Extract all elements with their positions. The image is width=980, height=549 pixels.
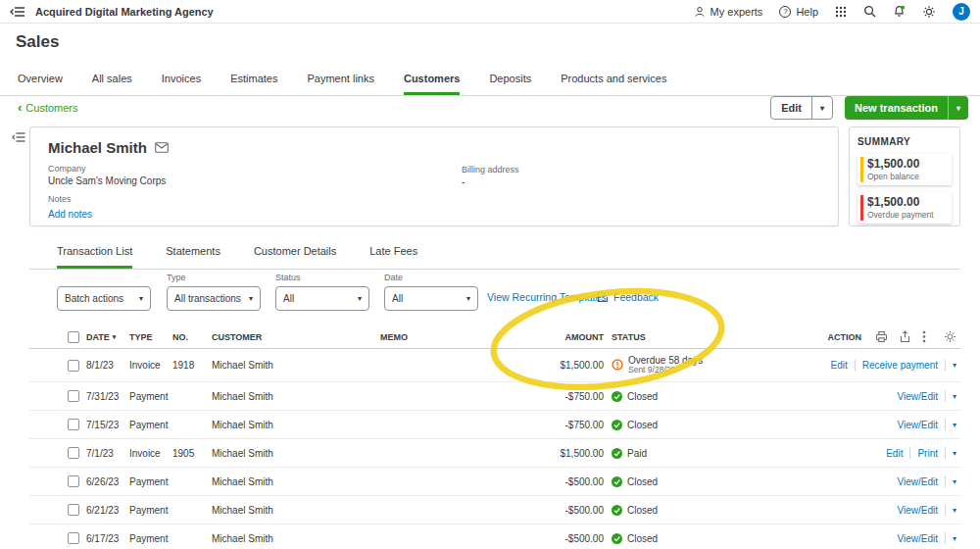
caret-down-icon[interactable]: ▾ <box>812 104 832 113</box>
status-success-icon <box>612 420 622 430</box>
header-date[interactable]: DATE▾ <box>80 332 129 342</box>
row-action-caret-icon[interactable]: ▾ <box>953 421 956 429</box>
header-status: STATUS <box>604 332 795 342</box>
cell-amount: $1,500.00 <box>547 360 604 371</box>
row-action-print[interactable]: Print <box>917 448 938 459</box>
table-row[interactable]: 8/1/23 Invoice 1918 Michael Smith $1,500… <box>29 349 960 382</box>
tab-customer-details[interactable]: Customer Details <box>254 241 336 269</box>
tab-invoices[interactable]: Invoices <box>162 69 201 95</box>
date-filter-dropdown[interactable]: All ▾ <box>384 286 478 311</box>
cell-type: Invoice <box>129 448 172 459</box>
notifications-bell-icon[interactable] <box>893 5 906 18</box>
my-experts-button[interactable]: My experts <box>694 6 763 18</box>
tab-deposits[interactable]: Deposits <box>489 69 531 95</box>
row-checkbox[interactable] <box>68 532 79 544</box>
tab-payment-links[interactable]: Payment links <box>307 69 373 95</box>
row-action-caret-icon[interactable]: ▾ <box>953 534 956 543</box>
row-checkbox[interactable] <box>68 419 79 430</box>
settings-gear-icon[interactable] <box>922 5 936 19</box>
tab-late-fees[interactable]: Late Fees <box>369 241 417 269</box>
row-checkbox[interactable] <box>68 475 79 487</box>
cell-amount: -$750.00 <box>547 420 604 430</box>
tab-customers[interactable]: Customers <box>404 69 460 95</box>
row-action-receive-payment[interactable]: Receive payment <box>862 360 938 371</box>
customer-card: Michael Smith Company Uncle Sam's Moving… <box>29 126 839 226</box>
open-balance-card[interactable]: $1,500.00 Open balance <box>858 154 952 185</box>
row-action-caret-icon[interactable]: ▾ <box>953 361 956 370</box>
header-action: ACTION <box>828 332 862 342</box>
kebab-menu-icon[interactable] <box>922 330 926 343</box>
table-row[interactable]: 7/1/23 Invoice 1905 Michael Smith $1,500… <box>29 439 960 468</box>
edit-customer-button[interactable]: Edit ▾ <box>770 96 833 120</box>
header-customer: CUSTOMER <box>212 332 380 342</box>
table-row[interactable]: 7/15/23 Payment Michael Smith -$750.00 C… <box>29 411 960 439</box>
table-row[interactable]: 7/31/23 Payment Michael Smith -$750.00 C… <box>29 382 960 411</box>
caret-down-icon[interactable]: ▾ <box>949 104 968 113</box>
row-action-view-edit[interactable]: View/Edit <box>897 533 938 544</box>
row-action-view-edit[interactable]: View/Edit <box>897 505 938 516</box>
batch-actions-dropdown[interactable]: Batch actions ▾ <box>57 286 151 311</box>
breadcrumb-customers[interactable]: ‹ Customers <box>18 102 78 114</box>
feedback-link[interactable]: Feedback <box>597 291 659 303</box>
row-action-edit[interactable]: Edit <box>830 360 847 371</box>
cell-date: 7/31/23 <box>80 391 129 402</box>
table-row[interactable]: 6/17/23 Payment Michael Smith -$500.00 C… <box>29 524 960 549</box>
app-root: Acquired Digital Marketing Agency My exp… <box>0 0 980 549</box>
row-action-view-edit[interactable]: View/Edit <box>897 391 938 402</box>
summary-title: SUMMARY <box>858 136 952 147</box>
cell-amount: -$500.00 <box>547 505 604 516</box>
row-action-edit[interactable]: Edit <box>886 448 903 459</box>
table-row[interactable]: 6/26/23 Payment Michael Smith -$500.00 C… <box>29 468 960 496</box>
view-recurring-templates-link[interactable]: View Recurring Templates <box>487 291 607 303</box>
cell-type: Invoice <box>129 360 172 371</box>
status-success-icon <box>612 476 622 487</box>
cell-type: Payment <box>129 533 172 544</box>
table-row[interactable]: 6/21/23 Payment Michael Smith -$500.00 C… <box>29 496 960 524</box>
row-checkbox[interactable] <box>68 360 79 372</box>
row-action-caret-icon[interactable]: ▾ <box>953 477 956 486</box>
tab-estimates[interactable]: Estimates <box>230 69 277 95</box>
summary-panel: SUMMARY $1,500.00 Open balance $1,500.00… <box>849 126 960 226</box>
search-icon[interactable] <box>863 5 876 18</box>
caret-down-icon: ▾ <box>466 294 470 303</box>
status-filter-dropdown[interactable]: All ▾ <box>275 286 369 311</box>
row-action-caret-icon[interactable]: ▾ <box>953 392 956 401</box>
row-checkbox[interactable] <box>68 390 79 402</box>
status-success-icon <box>612 448 622 459</box>
status-success-icon <box>612 533 622 544</box>
nav-menu-icon[interactable] <box>10 6 25 18</box>
new-transaction-button[interactable]: New transaction ▾ <box>845 96 968 120</box>
email-envelope-icon[interactable] <box>155 142 169 153</box>
apps-grid-icon[interactable] <box>835 6 847 18</box>
row-checkbox[interactable] <box>68 447 79 459</box>
company-name: Acquired Digital Marketing Agency <box>35 6 214 18</box>
table-settings-gear-icon[interactable] <box>944 330 956 343</box>
print-icon[interactable] <box>875 330 888 343</box>
row-action-view-edit[interactable]: View/Edit <box>897 420 938 430</box>
row-action-caret-icon[interactable]: ▾ <box>953 506 956 515</box>
cell-customer: Michael Smith <box>212 391 380 402</box>
caret-down-icon: ▾ <box>139 294 143 303</box>
caret-down-icon: ▾ <box>249 294 253 303</box>
row-action-caret-icon[interactable]: ▾ <box>953 449 956 458</box>
tab-transaction-list[interactable]: Transaction List <box>57 241 132 269</box>
row-action-view-edit[interactable]: View/Edit <box>897 476 938 487</box>
select-all-checkbox[interactable] <box>68 331 79 343</box>
help-button[interactable]: ? Help <box>779 6 818 18</box>
cell-date: 6/21/23 <box>80 505 129 516</box>
tab-overview[interactable]: Overview <box>18 69 63 95</box>
tab-products-services[interactable]: Products and services <box>561 69 666 95</box>
type-filter-dropdown[interactable]: All transactions ▾ <box>167 286 261 311</box>
cell-no: 1905 <box>172 448 212 459</box>
tab-statements[interactable]: Statements <box>166 241 220 269</box>
overdue-payment-card[interactable]: $1,500.00 Overdue payment <box>858 192 952 224</box>
tab-all-sales[interactable]: All sales <box>92 69 132 95</box>
add-notes-link[interactable]: Add notes <box>48 209 92 220</box>
export-icon[interactable] <box>899 330 911 343</box>
customer-name: Michael Smith <box>48 139 147 156</box>
collapse-panel-icon[interactable] <box>12 131 25 143</box>
cell-status: Closed <box>627 533 658 544</box>
row-checkbox[interactable] <box>68 504 79 516</box>
avatar[interactable]: J <box>953 3 970 21</box>
question-icon: ? <box>779 6 791 18</box>
